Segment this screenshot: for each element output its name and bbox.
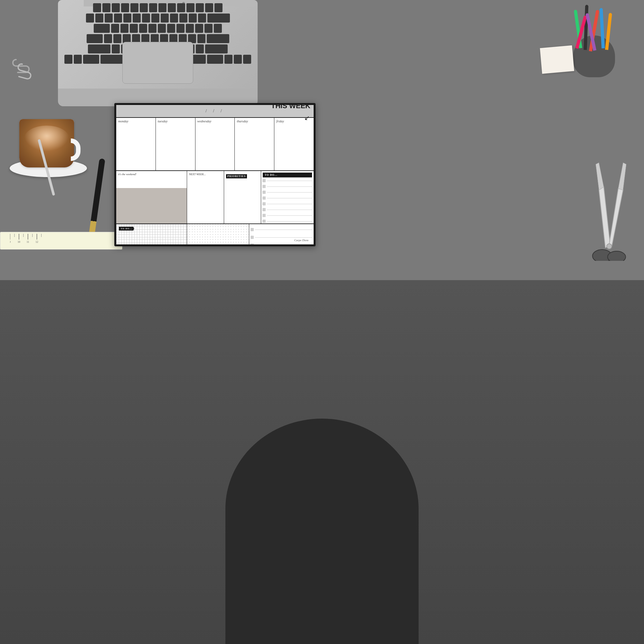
laptop	[32, 0, 283, 106]
key	[198, 14, 206, 23]
todo-bottom-1	[251, 228, 312, 231]
dot-paper-section	[187, 224, 249, 246]
svg-point-14	[608, 251, 626, 261]
key	[179, 14, 187, 23]
key	[161, 14, 169, 23]
todo-checkbox	[262, 179, 266, 182]
todo-item-2	[262, 185, 312, 188]
coffee-area	[6, 93, 90, 177]
todo-checkbox	[262, 202, 266, 205]
key	[151, 14, 159, 23]
day-col-thursday: thursday	[235, 118, 274, 170]
marker-holder	[567, 6, 625, 77]
key	[104, 34, 112, 43]
key	[112, 3, 120, 12]
key	[105, 14, 113, 23]
svg-point-12	[607, 244, 612, 249]
key-option-r	[207, 55, 223, 64]
todo-checkbox	[262, 196, 266, 200]
todo-checkbox-b	[251, 236, 254, 239]
key	[204, 24, 213, 33]
latte-art	[24, 126, 69, 151]
key	[158, 24, 166, 33]
key-option	[83, 55, 99, 64]
todo-item-8	[262, 220, 312, 223]
ruler: 9 10 11 12	[0, 232, 122, 250]
todo-checkbox	[262, 220, 266, 223]
key	[189, 14, 197, 23]
todo-item-5	[262, 202, 312, 205]
key-arrow	[224, 55, 232, 64]
todo-checkbox	[262, 191, 266, 194]
key	[170, 14, 178, 23]
key	[120, 24, 128, 33]
svg-text:12: 12	[36, 241, 38, 243]
lines-right-section	[249, 224, 314, 246]
weekly-planner: / / / THIS WEEK ↙ monday tuesday wednesd…	[114, 103, 316, 246]
svg-text:9: 9	[10, 241, 11, 243]
key	[130, 24, 138, 33]
curl-arrow: ↙	[304, 114, 310, 122]
key	[102, 3, 110, 12]
todo-lines-list	[261, 178, 314, 223]
key	[214, 3, 223, 12]
planner-title: THIS WEEK	[271, 103, 310, 109]
paperclips	[10, 56, 35, 82]
key	[93, 3, 101, 12]
day-label-thursday: thursday	[237, 119, 272, 123]
grid-paper-section: TO DO...	[116, 224, 187, 246]
key	[195, 24, 203, 33]
todo-right-section: TO DO...	[261, 171, 314, 223]
weekend-section: it's the weekend!	[116, 171, 187, 223]
weekend-label: it's the weekend!	[118, 173, 185, 176]
key	[186, 3, 194, 12]
svg-text:10: 10	[18, 241, 20, 243]
keyboard-row-2	[64, 14, 251, 23]
key-shift-l	[88, 44, 110, 53]
day-col-monday: monday	[116, 118, 156, 170]
next-week-section: NEXT WEEK...	[187, 171, 224, 223]
priorities-header: PRIORITIES	[226, 174, 247, 178]
key-shift-r	[205, 44, 228, 53]
todo-line-b	[255, 245, 312, 245]
todo-checkbox	[262, 185, 266, 188]
key-delete	[207, 14, 230, 23]
coffee-cup	[19, 119, 74, 167]
day-label-wednesday: wednesday	[197, 119, 233, 123]
key	[197, 34, 205, 43]
todo-item-4	[262, 196, 312, 200]
day-col-friday: friday	[274, 118, 314, 170]
key	[111, 24, 119, 33]
day-label-monday: monday	[118, 119, 154, 123]
todo-line-b	[255, 230, 312, 230]
key	[113, 34, 121, 43]
todo-item-3	[262, 191, 312, 194]
key-tab	[94, 24, 110, 33]
todo-checkbox	[262, 208, 266, 211]
floor-section	[0, 280, 644, 644]
coffee-surface	[19, 119, 74, 167]
todo-line	[267, 198, 312, 198]
key	[148, 24, 156, 33]
key	[140, 3, 148, 12]
todo-line	[267, 221, 312, 222]
key	[133, 14, 141, 23]
priorities-section: PRIORITIES	[224, 171, 261, 223]
weekend-background	[116, 188, 187, 223]
todo-line	[267, 181, 312, 181]
todo-line	[267, 192, 312, 193]
todo-item-1	[262, 179, 312, 182]
key	[114, 14, 122, 23]
key	[186, 24, 194, 33]
todo-line	[267, 210, 312, 210]
key	[139, 24, 147, 33]
key-arrow	[243, 55, 251, 64]
key-ctrl	[74, 55, 82, 64]
key	[86, 14, 94, 23]
todo-line	[267, 204, 312, 204]
key-arrow	[234, 55, 242, 64]
todo-line-b	[255, 237, 312, 238]
key	[121, 3, 129, 12]
key	[123, 14, 131, 23]
ruler-svg: 9 10 11 12	[10, 234, 119, 243]
